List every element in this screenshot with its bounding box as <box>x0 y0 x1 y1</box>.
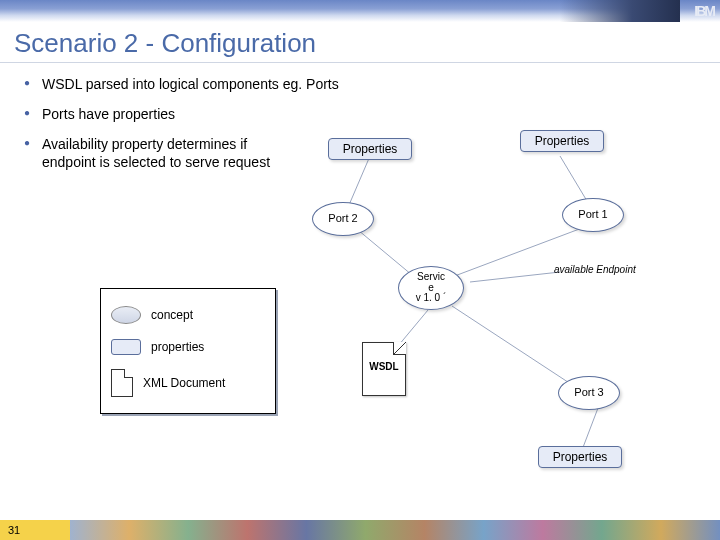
properties-box-bottom: Properties <box>538 446 622 468</box>
port1-node: Port 1 <box>562 198 624 232</box>
legend-box: concept properties XML Document <box>100 288 276 414</box>
slide: IBM Scenario 2 - Configuration WSDL pars… <box>0 0 720 540</box>
properties-box-mid: Properties <box>328 138 412 160</box>
service-label: Servic e v 1. 0 ´ <box>416 272 447 304</box>
legend-row-xml: XML Document <box>111 363 265 403</box>
wsdl-label: WSDL <box>363 361 405 372</box>
title-rule <box>0 62 720 63</box>
document-icon <box>111 369 133 397</box>
slide-number: 31 <box>0 520 70 540</box>
concept-icon <box>111 306 141 324</box>
service-node: Servic e v 1. 0 ´ <box>398 266 464 310</box>
page-title: Scenario 2 - Configuration <box>14 28 316 59</box>
port2-node: Port 2 <box>312 202 374 236</box>
svg-line-7 <box>470 272 560 282</box>
annotation-available-endpoint: available Endpoint <box>554 264 636 275</box>
legend-label: concept <box>151 308 193 322</box>
legend-label: properties <box>151 340 204 354</box>
legend-row-concept: concept <box>111 299 265 331</box>
svg-line-6 <box>582 408 598 450</box>
port3-node: Port 3 <box>558 376 620 410</box>
svg-line-5 <box>452 306 580 390</box>
footer-strip <box>70 520 720 540</box>
properties-box-top: Properties <box>520 130 604 152</box>
properties-icon <box>111 339 141 355</box>
wsdl-doc-icon: WSDL <box>362 342 406 396</box>
bullet-item: WSDL parsed into logical components eg. … <box>24 76 684 92</box>
ibm-logo: IBM <box>694 3 714 19</box>
legend-label: XML Document <box>143 376 225 390</box>
legend-row-properties: properties <box>111 331 265 363</box>
diagram: Properties Properties Port 1 Port 2 Serv… <box>0 120 720 480</box>
header-corner <box>560 0 680 22</box>
